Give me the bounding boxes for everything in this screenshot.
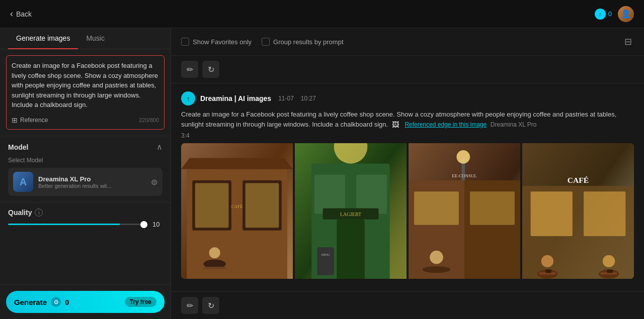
bottom-edit-icon: ✏ (187, 301, 193, 310)
svg-point-43 (603, 255, 615, 267)
image-3[interactable]: EE-CONSUL (409, 143, 520, 279)
action-bar: ✏ ↻ (171, 56, 644, 83)
model-desc: Better generation results wit... (38, 183, 119, 189)
grid-icon: ⊟ (624, 37, 632, 47)
svg-point-31 (423, 266, 451, 272)
image-grid: CAFÉ (181, 143, 634, 279)
show-favorites-checkbox[interactable] (181, 38, 189, 46)
feed-header: ↑ Dreamina | AI images 11-07 10:27 (181, 91, 634, 105)
svg-text:MENU: MENU (321, 253, 330, 256)
credit-count: 0 (608, 10, 612, 18)
tab-generate-images[interactable]: Generate images (8, 28, 78, 49)
model-info: Dreamina XL Pro Better generation result… (38, 175, 146, 189)
ref-link[interactable]: Referenced edge in this image (405, 121, 487, 128)
content-toolbar: Show Favorites only Group results by pro… (171, 28, 644, 56)
back-button[interactable]: ‹ Back (10, 9, 32, 19)
svg-rect-6 (195, 183, 229, 228)
generate-btn-left: Generate ⊙ 0 (14, 297, 69, 307)
image-2[interactable]: LAGIERT MENU (295, 143, 407, 279)
generate-label: Generate (14, 298, 47, 306)
svg-point-26 (456, 150, 470, 164)
refresh-icon: ↻ (208, 65, 214, 74)
svg-text:LAGIERT: LAGIERT (340, 211, 361, 217)
quality-slider[interactable] (8, 224, 147, 225)
model-card[interactable]: A Dreamina XL Pro Better generation resu… (8, 168, 163, 196)
feed-avatar-icon: ↑ (187, 95, 190, 102)
prompt-box: ⊞ Reference 220/800 (6, 55, 165, 130)
bottom-action-bar: ✏ ↻ (171, 291, 644, 319)
feed-app-name: Dreamina | AI images (200, 94, 271, 102)
svg-rect-21 (317, 247, 334, 275)
back-label: Back (16, 10, 32, 18)
topbar: ‹ Back ↑ 0 👤 (0, 0, 644, 28)
feed-description: Create an image for a Facebook post feat… (181, 110, 634, 130)
prompt-footer: ⊞ Reference 220/800 (12, 116, 159, 124)
svg-rect-47 (607, 269, 613, 273)
quality-slider-row: 10 (8, 221, 163, 228)
quality-info-icon[interactable]: i (35, 208, 43, 217)
generate-coin-icon: ⊙ (51, 297, 61, 307)
refresh-button[interactable]: ↻ (202, 61, 219, 78)
feed: ↑ Dreamina | AI images 11-07 10:27 Creat… (171, 83, 644, 291)
sidebar: Generate images Music ⊞ Reference 220/80… (0, 28, 171, 319)
feed-entry: ↑ Dreamina | AI images 11-07 10:27 Creat… (181, 91, 634, 279)
reference-button[interactable]: ⊞ Reference (12, 116, 48, 124)
edit-button[interactable]: ✏ (181, 61, 198, 78)
svg-point-32 (430, 250, 443, 264)
svg-rect-37 (531, 191, 573, 236)
image-4[interactable]: CAFÉ (522, 143, 634, 279)
feed-date: 11-07 (278, 95, 294, 102)
bottom-edit-button[interactable]: ✏ (181, 297, 198, 314)
feed-avatar: ↑ (181, 91, 195, 105)
svg-rect-30 (470, 191, 515, 225)
coin-icon: ⊙ (54, 299, 58, 305)
model-section-title: Model (8, 143, 28, 151)
svg-point-9 (209, 247, 220, 258)
model-section-header[interactable]: Model ∧ (8, 142, 163, 152)
grid-view-button[interactable]: ⊟ (622, 34, 634, 49)
model-icon: A (13, 172, 33, 192)
bottom-refresh-button[interactable]: ↻ (202, 297, 219, 314)
quality-header: Quality i (8, 208, 163, 217)
prompt-textarea[interactable] (12, 61, 159, 111)
ratio-tag: 3:4 (181, 132, 634, 139)
generate-credits: 0 (65, 298, 69, 306)
bottom-refresh-icon: ↻ (208, 301, 214, 310)
model-name: Dreamina XL Pro (38, 175, 146, 183)
svg-rect-16 (314, 174, 345, 214)
select-model-label: Select Model (8, 157, 163, 164)
generate-button[interactable]: Generate ⊙ 0 Try free (6, 291, 165, 313)
quality-section: Quality i 10 (0, 202, 171, 234)
svg-rect-15 (337, 219, 365, 278)
topbar-right: ↑ 0 👤 (595, 6, 634, 22)
svg-point-40 (541, 255, 553, 267)
credit-arrow-icon: ↑ (599, 11, 602, 17)
try-free-badge: Try free (125, 297, 156, 307)
prompt-section: ⊞ Reference 220/800 (0, 49, 171, 136)
sidebar-spacer (0, 234, 171, 284)
svg-rect-17 (356, 174, 387, 214)
tab-music[interactable]: Music (78, 28, 113, 49)
quality-label: Quality (8, 208, 32, 217)
char-count: 220/800 (139, 117, 159, 123)
credit-badge: ↑ 0 (595, 9, 612, 20)
model-settings-icon[interactable]: ⊜ (151, 177, 157, 187)
image-1[interactable]: CAFÉ (181, 143, 293, 279)
content-area: Show Favorites only Group results by pro… (171, 28, 644, 319)
svg-rect-38 (584, 191, 625, 236)
quality-value: 10 (152, 221, 163, 228)
reference-label: Reference (20, 117, 48, 124)
generate-footer: Generate ⊙ 0 Try free (0, 284, 171, 319)
group-by-prompt-checkbox[interactable] (262, 38, 270, 46)
model-tag: Dreamina XL Pro (491, 121, 537, 128)
svg-text:CAFÉ: CAFÉ (231, 204, 243, 209)
credit-icon: ↑ (595, 9, 606, 20)
svg-rect-7 (246, 183, 279, 228)
group-by-prompt-label[interactable]: Group results by prompt (262, 38, 343, 46)
svg-rect-46 (546, 269, 551, 273)
toolbar-left: Show Favorites only Group results by pro… (181, 38, 344, 46)
back-arrow-icon: ‹ (10, 9, 13, 19)
ref-avatar-inline: 🖼 (392, 121, 399, 129)
avatar: 👤 (618, 6, 634, 22)
show-favorites-label[interactable]: Show Favorites only (181, 38, 252, 46)
